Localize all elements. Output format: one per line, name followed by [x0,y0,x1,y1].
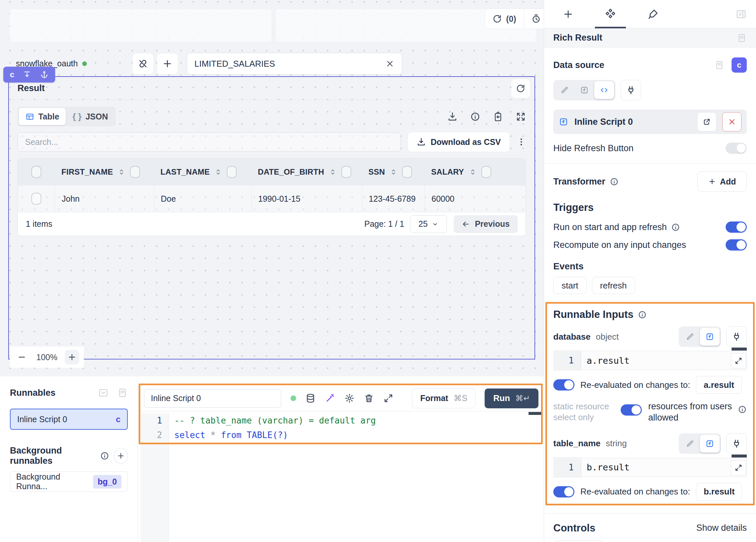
kebab-menu-button[interactable] [517,137,526,147]
zoom-out-button[interactable] [15,350,29,364]
download-icon[interactable] [447,112,458,122]
trash-icon[interactable] [364,393,374,403]
doc-icon[interactable] [737,33,747,43]
expand-editor-button[interactable] [731,460,746,475]
collapse-box-icon[interactable] [98,388,109,398]
column-header-date-of-birth[interactable]: DATE_OF_BIRTH [251,166,362,178]
code-mode-button[interactable] [594,81,614,99]
pencil-mode-button[interactable] [555,81,574,99]
sort-icon[interactable] [328,168,337,176]
plug-button[interactable] [726,326,747,347]
input-expression-editor-table-name[interactable]: 1 b.result [553,457,747,478]
add-background-runnable-button[interactable] [114,448,128,464]
scrollbar-handle[interactable] [732,348,747,351]
tab-json[interactable]: { } JSON [66,108,115,125]
info-icon[interactable] [610,177,619,186]
info-icon[interactable] [738,405,747,414]
info-icon[interactable] [638,310,647,319]
add-transformer-button[interactable]: Add [697,171,747,192]
open-external-button[interactable] [697,112,716,131]
sort-icon[interactable] [468,168,477,176]
info-icon[interactable] [100,451,109,460]
info-icon[interactable] [470,112,480,122]
reeval-target-chip[interactable]: a.result [696,376,742,394]
column-checkbox[interactable] [227,166,237,178]
info-icon[interactable] [671,223,680,232]
background-runnable-item[interactable]: Background Runna... bg_0 [10,471,128,492]
expand-editor-button[interactable] [731,353,746,368]
control-pill-setvalue[interactable]: setValue [553,541,604,542]
search-input[interactable]: Search... [17,132,401,152]
wand-icon[interactable] [325,393,335,403]
result-panel-title: Result [17,83,45,93]
database-icon[interactable] [305,393,316,403]
sort-icon[interactable] [389,168,398,176]
scrollbar-handle[interactable] [529,412,542,415]
show-details-link[interactable]: Show details [696,523,747,533]
function-mode-button[interactable] [700,328,720,346]
brush-icon[interactable] [647,8,659,20]
collapse-panel-icon[interactable] [736,9,747,20]
remove-data-source-button[interactable] [722,112,741,131]
plus-icon[interactable] [563,9,574,20]
plug-button[interactable] [621,80,641,100]
run-on-start-toggle[interactable] [726,221,747,233]
column-checkbox[interactable] [481,166,491,178]
function-mode-button[interactable] [574,81,594,99]
table-row[interactable]: John Doe 1990-01-15 123-45-6789 60000 [18,186,526,212]
function-mode-button[interactable] [700,435,720,453]
download-csv-button[interactable]: Download as CSV [408,132,509,152]
table-tab[interactable]: LIMITED_SALARIES [187,53,402,75]
page-size-select[interactable]: 25 [410,215,447,233]
column-checkbox[interactable] [130,166,140,178]
close-icon[interactable] [385,59,395,68]
result-refresh-button[interactable] [511,79,530,98]
hide-refresh-toggle[interactable] [726,143,747,154]
script-name-input[interactable]: Inline Script 0 [144,389,281,408]
runnable-item-inline-script-0[interactable]: Inline Script 0 c [10,409,128,430]
column-header-first-name[interactable]: FIRST_NAME [55,166,154,178]
gear-icon[interactable] [344,393,355,403]
row-checkbox[interactable] [31,193,41,205]
column-header-ssn[interactable]: SSN [362,166,425,178]
tab-components[interactable] [604,0,617,28]
ghost-component-1[interactable] [10,9,271,42]
zoom-in-button[interactable] [65,350,79,364]
column-checkbox[interactable] [402,166,412,178]
plug-button[interactable] [726,433,747,454]
list-icon[interactable] [117,388,128,398]
data-source-item[interactable]: Inline Script 0 [553,110,747,134]
add-tab-button[interactable] [157,53,178,74]
clipboard-icon[interactable] [493,112,503,122]
resources-from-users-toggle[interactable] [621,404,642,416]
input-expression-editor-database[interactable]: 1 a.result [553,350,747,371]
select-all-checkbox[interactable] [31,166,41,178]
previous-page-button[interactable]: Previous [454,215,518,233]
column-header-salary[interactable]: SALARY [425,166,526,178]
download-to-line-icon[interactable] [23,70,31,79]
recompute-toggle[interactable] [726,239,747,251]
column-header-last-name[interactable]: LAST_NAME [154,166,251,178]
sort-icon[interactable] [214,168,223,176]
reeval-toggle-table-name[interactable] [553,486,574,497]
component-badge-button[interactable]: c [732,57,747,73]
sort-icon[interactable] [117,168,126,176]
code-area[interactable]: -- ? table_name (varchar) = default arg … [174,413,540,442]
doc-icon[interactable] [714,60,724,70]
event-pill-start[interactable]: start [553,277,587,294]
pencil-mode-button[interactable] [680,435,700,453]
expand-diagonal-icon[interactable] [383,393,394,403]
reeval-target-chip[interactable]: b.result [696,483,742,501]
column-checkbox[interactable] [341,166,351,178]
pencil-mode-button[interactable] [680,328,700,346]
anchor-icon[interactable] [40,70,49,79]
event-pill-refresh[interactable]: refresh [592,277,635,294]
expand-icon[interactable] [516,112,526,122]
run-button[interactable]: Run ⌘↵ [485,389,538,408]
scrollbar-handle[interactable] [732,455,747,457]
format-button[interactable]: Format ⌘S [412,389,475,408]
unlink-button[interactable] [133,53,153,74]
refresh-count-button[interactable]: (0) [485,9,524,29]
tab-table[interactable]: Table [19,108,66,125]
reeval-toggle-database[interactable] [553,379,574,390]
